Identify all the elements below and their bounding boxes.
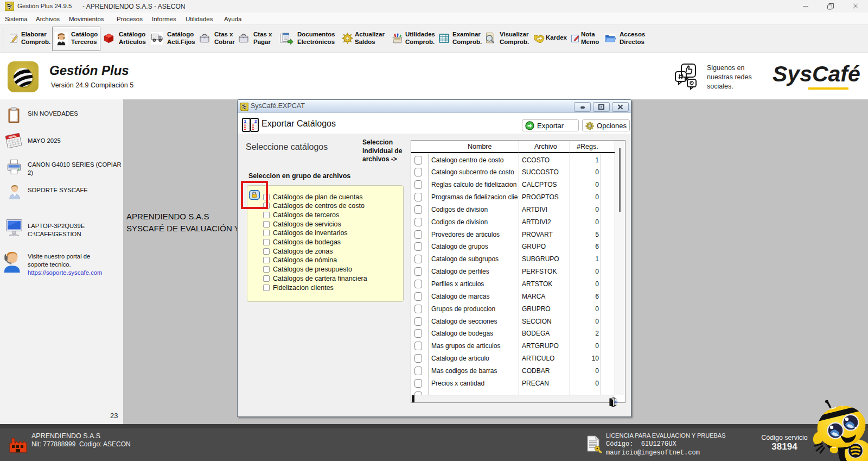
- svg-text:1: 1: [244, 119, 247, 124]
- svg-text:2: 2: [254, 119, 257, 124]
